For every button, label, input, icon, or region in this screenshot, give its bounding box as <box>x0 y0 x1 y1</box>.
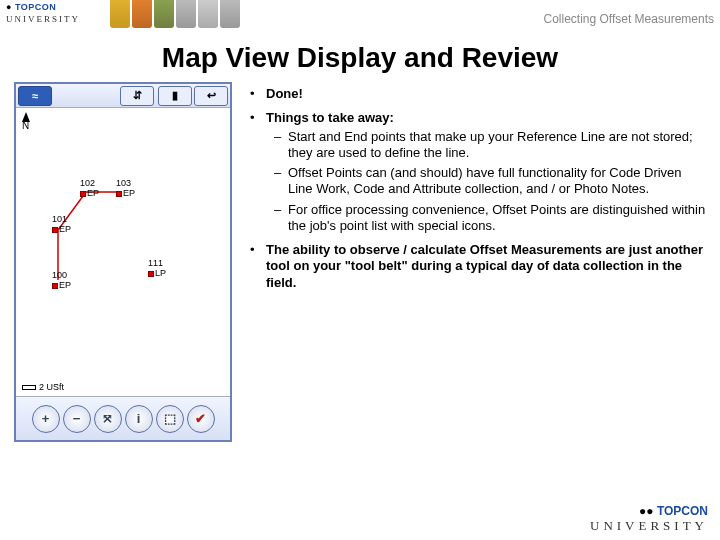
info-button[interactable]: i <box>125 405 153 433</box>
point-102[interactable]: 102EP <box>80 178 99 198</box>
battery-icon[interactable]: ▮ <box>158 86 192 106</box>
header-tabs <box>110 0 240 28</box>
sub-bullet-1: Start and End points that make up your R… <box>266 129 706 162</box>
tab-decor-icon <box>154 0 174 28</box>
sub-bullet-3: For office processing convenience, Offse… <box>266 202 706 235</box>
tab-decor-icon <box>198 0 218 28</box>
bullet-list: Done! Things to take away: Start and End… <box>244 82 706 442</box>
point-111[interactable]: 111LP <box>148 258 166 278</box>
line-work <box>18 110 228 394</box>
section-label: Collecting Offset Measurements <box>543 12 714 26</box>
bullet-3: The ability to observe / calculate Offse… <box>244 242 706 291</box>
content-row: ≈ ⇵ ▮ ↩ N 102EP 103EP 101EP 100EP 111LP … <box>0 74 720 442</box>
back-button[interactable]: ↩ <box>194 86 228 106</box>
point-100[interactable]: 100EP <box>52 270 71 290</box>
confirm-button[interactable]: ✔ <box>187 405 215 433</box>
app-logo-icon[interactable]: ≈ <box>18 86 52 106</box>
zoom-fit-button[interactable]: ⤧ <box>94 405 122 433</box>
device-toolbar: + − ⤧ i ⬚ ✔ <box>16 396 230 440</box>
sub-bullet-2: Offset Points can (and should) have full… <box>266 165 706 198</box>
scale-bar: 2 USft <box>22 382 64 392</box>
point-103[interactable]: 103EP <box>116 178 135 198</box>
point-101[interactable]: 101EP <box>52 214 71 234</box>
sync-icon[interactable]: ⇵ <box>120 86 154 106</box>
page-title: Map View Display and Review <box>0 42 720 74</box>
slide-header: ● TOPCON UNIVERSITY Collecting Offset Me… <box>0 0 720 36</box>
bullet-2: Things to take away: Start and End point… <box>244 110 706 234</box>
tab-decor-icon <box>110 0 130 28</box>
tab-decor-icon <box>220 0 240 28</box>
brand-top-left: ● TOPCON <box>6 2 56 12</box>
map-canvas[interactable]: N 102EP 103EP 101EP 100EP 111LP <box>18 110 228 394</box>
footer-logo: ●● TOPCON UNIVERSITY <box>590 504 708 534</box>
bullet-1: Done! <box>244 86 706 102</box>
tab-decor-icon <box>176 0 196 28</box>
layers-button[interactable]: ⬚ <box>156 405 184 433</box>
zoom-in-button[interactable]: + <box>32 405 60 433</box>
zoom-out-button[interactable]: − <box>63 405 91 433</box>
brand-sub-top-left: UNIVERSITY <box>6 14 80 24</box>
device-topbar: ≈ ⇵ ▮ ↩ <box>16 84 230 108</box>
device-screenshot: ≈ ⇵ ▮ ↩ N 102EP 103EP 101EP 100EP 111LP … <box>14 82 232 442</box>
tab-decor-icon <box>132 0 152 28</box>
